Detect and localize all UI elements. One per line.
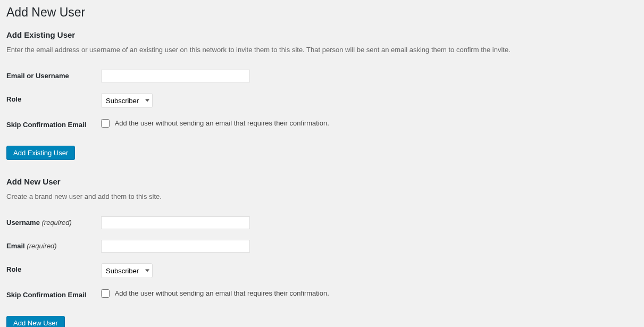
- username-required: (required): [42, 219, 72, 227]
- add-existing-user-button[interactable]: Add Existing User: [6, 146, 75, 160]
- new-skip-label: Skip Confirmation Email: [6, 283, 101, 306]
- existing-user-form: Email or Username Role Subscriber Skip C…: [6, 64, 334, 136]
- new-role-label: Role: [6, 258, 101, 283]
- existing-skip-label: Skip Confirmation Email: [6, 113, 101, 136]
- page-title: Add New User: [6, 5, 638, 20]
- email-input[interactable]: [101, 240, 250, 253]
- add-new-user-button[interactable]: Add New User: [6, 316, 65, 327]
- new-user-description: Create a brand new user and add them to …: [6, 192, 638, 200]
- existing-skip-checkbox[interactable]: [101, 119, 110, 128]
- email-or-username-label: Email or Username: [6, 64, 101, 88]
- existing-role-select[interactable]: Subscriber: [101, 93, 153, 108]
- username-label: Username (required): [6, 211, 101, 234]
- new-role-select[interactable]: Subscriber: [101, 263, 153, 278]
- new-skip-description: Add the user without sending an email th…: [115, 289, 329, 297]
- existing-role-label: Role: [6, 88, 101, 113]
- add-existing-user-heading: Add Existing User: [6, 30, 638, 39]
- existing-skip-description: Add the user without sending an email th…: [115, 119, 329, 127]
- existing-user-description: Enter the email address or username of a…: [6, 46, 638, 54]
- add-new-user-heading: Add New User: [6, 177, 638, 186]
- email-required: (required): [27, 242, 56, 250]
- email-or-username-input[interactable]: [101, 70, 250, 82]
- new-skip-checkbox[interactable]: [101, 289, 110, 298]
- new-user-form: Username (required) Email (required) Rol…: [6, 211, 334, 306]
- email-label: Email (required): [6, 234, 101, 258]
- username-input[interactable]: [101, 216, 250, 229]
